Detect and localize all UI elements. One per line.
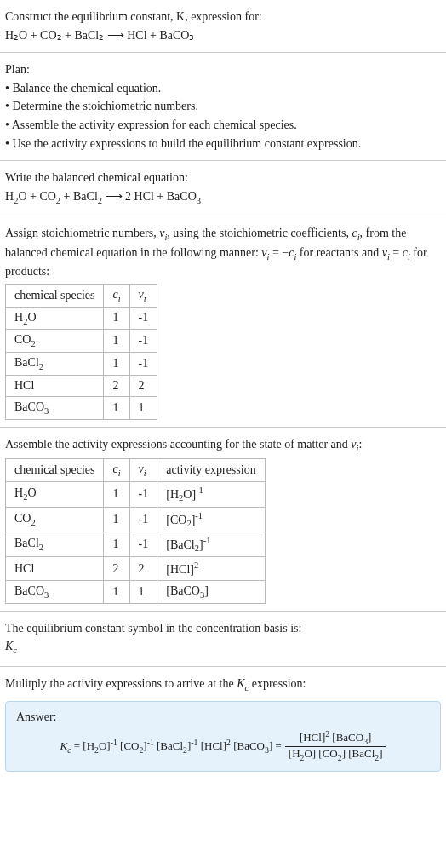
cell-species: H2O — [6, 307, 104, 330]
stoich-table: chemical species ci νi H2O 1 -1 CO2 1 -1… — [5, 284, 157, 420]
table-header-row: chemical species ci νi — [6, 284, 157, 307]
plan-heading: Plan: — [5, 61, 441, 78]
cell-ci: 1 — [104, 307, 129, 330]
symbol-value: Kc — [5, 638, 441, 657]
cell-ci: 2 — [104, 375, 129, 396]
cell-activity: [BaCO3] — [157, 581, 265, 604]
cell-nui: 1 — [129, 581, 157, 604]
cell-species: HCl — [6, 557, 104, 581]
cell-activity: [HCl]2 — [157, 557, 265, 581]
plan-item: • Use the activity expressions to build … — [5, 135, 441, 152]
col-ci: ci — [104, 459, 129, 482]
intro-title: Construct the equilibrium constant, K, e… — [5, 9, 441, 26]
cell-ci: 1 — [104, 353, 129, 376]
answer-lhs: Kc = [H2O]-1 [CO2]-1 [BaCl2]-1 [HCl]2 [B… — [60, 738, 282, 755]
intro-section: Construct the equilibrium constant, K, e… — [0, 0, 446, 53]
plan-item: • Balance the chemical equation. — [5, 80, 441, 97]
table-row: H2O 1 -1 — [6, 307, 157, 330]
cell-nui: -1 — [129, 330, 157, 353]
table-row: BaCl2 1 -1 — [6, 353, 157, 376]
answer-box: Answer: Kc = [H2O]-1 [CO2]-1 [BaCl2]-1 [… — [5, 701, 441, 772]
cell-ci: 1 — [104, 581, 129, 604]
table-row: BaCl2 1 -1 [BaCl2]-1 — [6, 532, 266, 556]
cell-species: CO2 — [6, 330, 104, 353]
table-row: CO2 1 -1 [CO2]-1 — [6, 507, 266, 532]
table-row: BaCO3 1 1 — [6, 396, 157, 419]
cell-species: H2O — [6, 482, 104, 507]
col-ci: ci — [104, 284, 129, 307]
answer-fraction: [HCl]2 [BaCO3] [H2O] [CO2] [BaCl2] — [285, 729, 386, 762]
col-nui: νi — [129, 284, 157, 307]
intro-equation: H₂O + CO₂ + BaCl₂ ⟶ HCl + BaCO₃ — [5, 27, 441, 44]
cell-species: BaCO3 — [6, 396, 104, 419]
answer-label: Answer: — [16, 710, 430, 724]
table-header-row: chemical species ci νi activity expressi… — [6, 459, 266, 482]
symbol-section: The equilibrium constant symbol in the c… — [0, 612, 446, 667]
cell-activity: [BaCl2]-1 — [157, 532, 265, 556]
cell-ci: 1 — [104, 532, 129, 556]
cell-nui: -1 — [129, 532, 157, 556]
cell-nui: -1 — [129, 307, 157, 330]
activity-heading: Assemble the activity expressions accoun… — [5, 436, 441, 455]
cell-activity: [CO2]-1 — [157, 507, 265, 532]
cell-nui: -1 — [129, 482, 157, 507]
balanced-section: Write the balanced chemical equation: H2… — [0, 161, 446, 216]
table-row: CO2 1 -1 — [6, 330, 157, 353]
col-nui: νi — [129, 459, 157, 482]
cell-nui: 2 — [129, 557, 157, 581]
cell-species: BaCO3 — [6, 581, 104, 604]
plan-item: • Determine the stoichiometric numbers. — [5, 98, 441, 115]
multiply-heading: Mulitply the activity expressions to arr… — [5, 675, 441, 694]
activity-section: Assemble the activity expressions accoun… — [0, 428, 446, 612]
balanced-heading: Write the balanced chemical equation: — [5, 170, 441, 187]
cell-ci: 1 — [104, 482, 129, 507]
cell-species: BaCl2 — [6, 353, 104, 376]
table-row: BaCO3 1 1 [BaCO3] — [6, 581, 266, 604]
cell-nui: -1 — [129, 353, 157, 376]
cell-activity: [H2O]-1 — [157, 482, 265, 507]
stoich-section: Assign stoichiometric numbers, νi, using… — [0, 216, 446, 428]
activity-table: chemical species ci νi activity expressi… — [5, 458, 266, 604]
col-species: chemical species — [6, 459, 104, 482]
plan-section: Plan: • Balance the chemical equation. •… — [0, 53, 446, 161]
symbol-heading: The equilibrium constant symbol in the c… — [5, 620, 441, 637]
cell-ci: 1 — [104, 396, 129, 419]
answer-numerator: [HCl]2 [BaCO3] — [285, 729, 386, 747]
answer-section: Answer: Kc = [H2O]-1 [CO2]-1 [BaCl2]-1 [… — [0, 701, 446, 779]
answer-denominator: [H2O] [CO2] [BaCl2] — [285, 747, 386, 762]
cell-ci: 2 — [104, 557, 129, 581]
stoich-heading: Assign stoichiometric numbers, νi, using… — [5, 225, 441, 280]
cell-species: BaCl2 — [6, 532, 104, 556]
cell-species: HCl — [6, 375, 104, 396]
col-activity: activity expression — [157, 459, 265, 482]
multiply-section: Mulitply the activity expressions to arr… — [0, 667, 446, 698]
plan-item: • Assemble the activity expression for e… — [5, 117, 441, 134]
table-row: H2O 1 -1 [H2O]-1 — [6, 482, 266, 507]
cell-nui: -1 — [129, 507, 157, 532]
answer-expression: Kc = [H2O]-1 [CO2]-1 [BaCl2]-1 [HCl]2 [B… — [16, 729, 430, 762]
table-row: HCl 2 2 [HCl]2 — [6, 557, 266, 581]
table-row: HCl 2 2 — [6, 375, 157, 396]
cell-species: CO2 — [6, 507, 104, 532]
col-species: chemical species — [6, 284, 104, 307]
cell-ci: 1 — [104, 507, 129, 532]
balanced-equation: H2O + CO2 + BaCl2 ⟶ 2 HCl + BaCO3 — [5, 188, 441, 207]
cell-nui: 1 — [129, 396, 157, 419]
cell-nui: 2 — [129, 375, 157, 396]
intro-title-text: Construct the equilibrium constant, K, e… — [5, 10, 262, 23]
cell-ci: 1 — [104, 330, 129, 353]
